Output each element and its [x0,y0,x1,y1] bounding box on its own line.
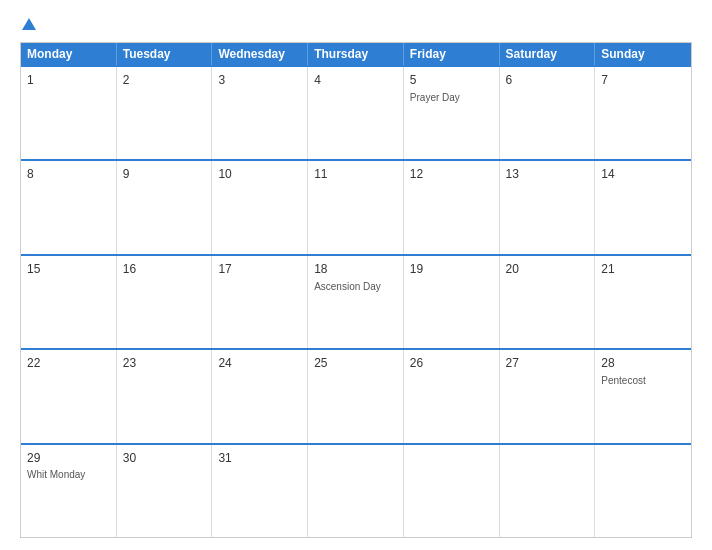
calendar-cell [404,445,500,537]
day-number: 23 [123,355,206,372]
day-number: 6 [506,72,589,89]
day-number: 21 [601,261,685,278]
day-number: 2 [123,72,206,89]
calendar: Monday Tuesday Wednesday Thursday Friday… [20,42,692,538]
day-number: 26 [410,355,493,372]
calendar-cell: 1 [21,67,117,159]
header-friday: Friday [404,43,500,65]
calendar-cell: 17 [212,256,308,348]
calendar-cell: 20 [500,256,596,348]
day-number: 9 [123,166,206,183]
calendar-week-5: 29Whit Monday3031 [21,443,691,537]
calendar-cell: 26 [404,350,500,442]
calendar-cell: 6 [500,67,596,159]
calendar-cell: 3 [212,67,308,159]
calendar-cell: 11 [308,161,404,253]
calendar-cell [308,445,404,537]
calendar-cell [595,445,691,537]
calendar-cell: 9 [117,161,213,253]
header-thursday: Thursday [308,43,404,65]
calendar-cell: 15 [21,256,117,348]
calendar-cell: 10 [212,161,308,253]
calendar-cell: 4 [308,67,404,159]
day-number: 13 [506,166,589,183]
calendar-cell: 14 [595,161,691,253]
header-tuesday: Tuesday [117,43,213,65]
day-number: 8 [27,166,110,183]
day-number: 11 [314,166,397,183]
calendar-cell: 24 [212,350,308,442]
day-number: 17 [218,261,301,278]
day-number: 12 [410,166,493,183]
day-number: 5 [410,72,493,89]
calendar-week-4: 22232425262728Pentecost [21,348,691,442]
calendar-cell: 7 [595,67,691,159]
day-number: 14 [601,166,685,183]
day-number: 31 [218,450,301,467]
calendar-cell: 21 [595,256,691,348]
calendar-week-1: 12345Prayer Day67 [21,65,691,159]
calendar-week-3: 15161718Ascension Day192021 [21,254,691,348]
header-wednesday: Wednesday [212,43,308,65]
calendar-cell: 12 [404,161,500,253]
day-number: 1 [27,72,110,89]
calendar-page: Monday Tuesday Wednesday Thursday Friday… [0,0,712,550]
day-number: 28 [601,355,685,372]
calendar-body: 12345Prayer Day6789101112131415161718Asc… [21,65,691,537]
calendar-cell: 5Prayer Day [404,67,500,159]
calendar-cell: 19 [404,256,500,348]
calendar-cell: 30 [117,445,213,537]
day-event: Pentecost [601,374,685,387]
header-sunday: Sunday [595,43,691,65]
calendar-cell: 8 [21,161,117,253]
logo [20,18,36,32]
day-number: 16 [123,261,206,278]
day-number: 22 [27,355,110,372]
day-number: 7 [601,72,685,89]
day-number: 10 [218,166,301,183]
calendar-cell: 2 [117,67,213,159]
page-header [20,18,692,32]
calendar-cell: 29Whit Monday [21,445,117,537]
header-saturday: Saturday [500,43,596,65]
day-number: 20 [506,261,589,278]
day-number: 4 [314,72,397,89]
day-event: Ascension Day [314,280,397,293]
calendar-week-2: 891011121314 [21,159,691,253]
calendar-cell: 18Ascension Day [308,256,404,348]
day-event: Whit Monday [27,468,110,481]
calendar-header-row: Monday Tuesday Wednesday Thursday Friday… [21,43,691,65]
calendar-cell: 23 [117,350,213,442]
day-event: Prayer Day [410,91,493,104]
day-number: 24 [218,355,301,372]
day-number: 15 [27,261,110,278]
calendar-cell: 27 [500,350,596,442]
header-monday: Monday [21,43,117,65]
calendar-cell: 25 [308,350,404,442]
calendar-cell: 31 [212,445,308,537]
logo-triangle-icon [22,18,36,30]
day-number: 29 [27,450,110,467]
calendar-cell: 28Pentecost [595,350,691,442]
calendar-cell: 16 [117,256,213,348]
day-number: 30 [123,450,206,467]
calendar-cell: 22 [21,350,117,442]
calendar-cell: 13 [500,161,596,253]
day-number: 19 [410,261,493,278]
day-number: 18 [314,261,397,278]
day-number: 25 [314,355,397,372]
day-number: 3 [218,72,301,89]
calendar-cell [500,445,596,537]
day-number: 27 [506,355,589,372]
